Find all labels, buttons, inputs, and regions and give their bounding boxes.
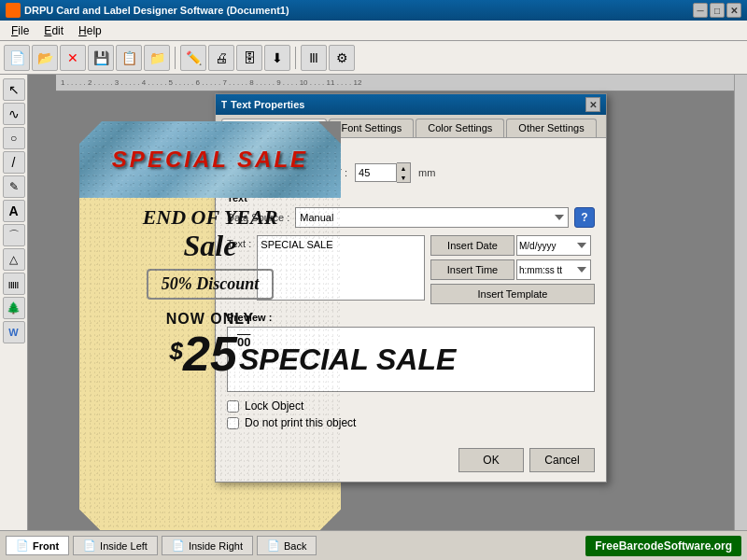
- y-input[interactable]: [355, 163, 397, 182]
- sep1: [175, 47, 176, 69]
- database-btn[interactable]: 🗄: [236, 45, 262, 71]
- tab-inside-left-icon: 📄: [83, 539, 96, 552]
- body-grunge: [79, 198, 341, 530]
- dialog-title-bar: T Text Properties ✕: [216, 94, 606, 115]
- text-tool[interactable]: A: [3, 200, 25, 222]
- wordart-tool[interactable]: W: [3, 321, 25, 343]
- special-sale-label: SPECIAL SALE: [112, 147, 308, 173]
- close-btn[interactable]: ✕: [726, 3, 741, 18]
- ruler-top: 1 . . . . . 2 . . . . . 3 . . . . . 4 . …: [56, 75, 747, 91]
- tab-inside-right-label: Inside Right: [189, 540, 243, 552]
- tab-inside-left[interactable]: 📄 Inside Left: [73, 536, 158, 555]
- edit-btn[interactable]: ✏️: [180, 45, 206, 71]
- save-as-btn[interactable]: 📋: [116, 45, 142, 71]
- canvas-scrollbar[interactable]: [734, 75, 747, 530]
- print-btn[interactable]: 🖨: [208, 45, 234, 71]
- close-btn-toolbar[interactable]: ✕: [60, 45, 86, 71]
- canvas-area: 1 . . . . . 2 . . . . . 3 . . . . . 4 . …: [28, 75, 747, 530]
- dialog-title: Text Properties: [231, 99, 304, 110]
- insert-date-format[interactable]: M/d/yyyy: [516, 235, 591, 256]
- sep2: [295, 47, 296, 69]
- barcode-tool[interactable]: |||||: [3, 273, 25, 295]
- y-unit: mm: [418, 167, 435, 178]
- new-btn[interactable]: 📄: [4, 45, 30, 71]
- tab-back-icon: 📄: [267, 539, 280, 552]
- cancel-button[interactable]: Cancel: [529, 448, 595, 472]
- barcode-icon-btn[interactable]: |||: [301, 45, 327, 71]
- insert-time-btn[interactable]: Insert Time: [430, 259, 514, 280]
- insert-date-group: Insert Date M/d/yyyy: [430, 235, 595, 256]
- y-spin-group: ▲ ▼: [355, 162, 411, 183]
- dialog-close-btn[interactable]: ✕: [585, 97, 600, 112]
- label-content: SPECIAL SALE END OF YEAR Sale 50% Discou…: [79, 121, 341, 530]
- tab-front-icon: 📄: [16, 539, 29, 552]
- import-btn[interactable]: ⬇: [264, 45, 290, 71]
- ok-button[interactable]: OK: [458, 448, 524, 472]
- settings-btn[interactable]: ⚙: [329, 45, 355, 71]
- maximize-btn[interactable]: □: [710, 3, 725, 18]
- y-spin-up[interactable]: ▲: [397, 163, 410, 173]
- menu-bar: File Edit Help: [0, 21, 747, 41]
- y-spin-down[interactable]: ▼: [397, 173, 410, 182]
- menu-help[interactable]: Help: [71, 22, 109, 39]
- tab-color-settings[interactable]: Color Settings: [416, 119, 504, 137]
- main-layout: ↖ ∿ ○ / ✎ A ⌒ △ ||||| 🌲 W 1 . . . . . 2 …: [0, 75, 747, 530]
- left-toolbar: ↖ ∿ ○ / ✎ A ⌒ △ ||||| 🌲 W: [0, 75, 28, 530]
- tab-back[interactable]: 📄 Back: [257, 536, 317, 555]
- y-spin-buttons: ▲ ▼: [397, 162, 411, 183]
- tab-font-settings[interactable]: Font Settings: [329, 119, 414, 137]
- tab-inside-right[interactable]: 📄 Inside Right: [162, 536, 253, 555]
- label-header: SPECIAL SALE: [79, 121, 341, 198]
- line-tool[interactable]: /: [3, 151, 25, 174]
- dialog-icon: T: [221, 100, 227, 110]
- tab-front[interactable]: 📄 Front: [6, 536, 69, 555]
- promo-badge: FreeBarcodeSoftware.org: [585, 536, 741, 556]
- triangle-tool[interactable]: △: [3, 248, 25, 271]
- curve-tool[interactable]: ∿: [3, 103, 25, 125]
- window-title: DRPU Card and Label Designer Software (D…: [24, 5, 289, 16]
- tab-back-label: Back: [284, 540, 306, 552]
- insert-template-btn[interactable]: Insert Template: [430, 284, 595, 304]
- save-btn[interactable]: 💾: [88, 45, 114, 71]
- menu-edit[interactable]: Edit: [36, 22, 71, 39]
- insert-buttons: Insert Date M/d/yyyy Insert Time h:mm:ss…: [430, 235, 595, 304]
- menu-file[interactable]: File: [4, 22, 36, 39]
- help-btn[interactable]: ?: [574, 207, 595, 228]
- open-btn[interactable]: 📂: [32, 45, 58, 71]
- window-controls: ─ □ ✕: [693, 3, 741, 18]
- bezier-tool[interactable]: ⌒: [3, 224, 25, 246]
- insert-time-format[interactable]: h:mm:ss tt: [516, 259, 591, 280]
- tab-inside-left-label: Inside Left: [100, 540, 148, 552]
- ellipse-tool[interactable]: ○: [3, 127, 25, 149]
- app-icon: [6, 3, 21, 18]
- minimize-btn[interactable]: ─: [693, 3, 708, 18]
- label-design: SPECIAL SALE END OF YEAR Sale 50% Discou…: [79, 121, 341, 530]
- status-bar: 📄 Front 📄 Inside Left 📄 Inside Right 📄 B…: [0, 530, 747, 560]
- tab-other-settings[interactable]: Other Settings: [506, 119, 596, 137]
- image-tool[interactable]: 🌲: [3, 297, 25, 319]
- pencil-tool[interactable]: ✎: [3, 175, 25, 198]
- pointer-tool[interactable]: ↖: [3, 78, 25, 101]
- folder-btn[interactable]: 📁: [144, 45, 170, 71]
- tab-inside-right-icon: 📄: [172, 539, 185, 552]
- toolbar: 📄 📂 ✕ 💾 📋 📁 ✏️ 🖨 🗄 ⬇ ||| ⚙: [0, 41, 747, 75]
- tab-front-label: Front: [33, 540, 59, 552]
- title-bar: DRPU Card and Label Designer Software (D…: [0, 0, 747, 21]
- insert-date-btn[interactable]: Insert Date: [430, 235, 514, 256]
- insert-time-group: Insert Time h:mm:ss tt: [430, 259, 595, 280]
